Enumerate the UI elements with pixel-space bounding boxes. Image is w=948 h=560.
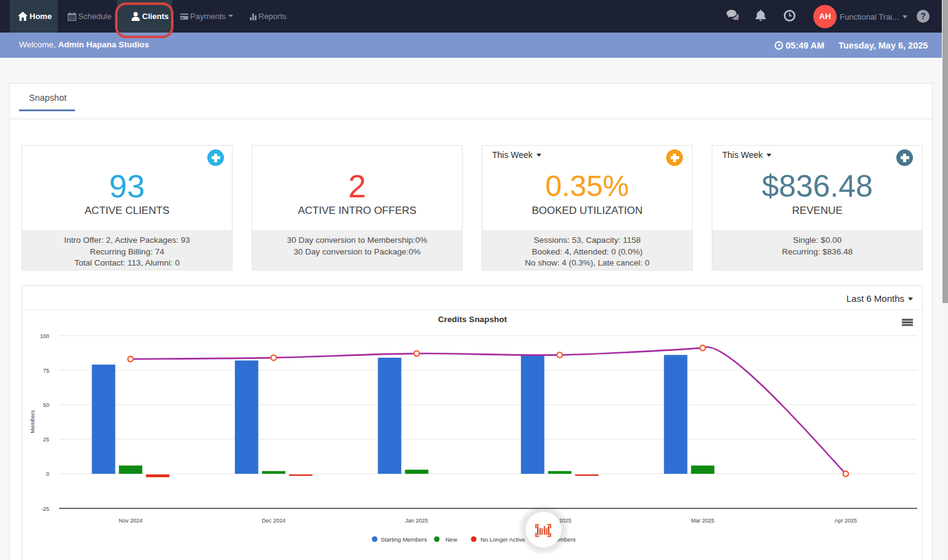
svg-text:Nov 2024: Nov 2024	[119, 518, 143, 524]
svg-text:Dec 2024: Dec 2024	[262, 518, 286, 524]
svg-text:0: 0	[46, 471, 49, 477]
svg-text:50: 50	[43, 402, 49, 408]
svg-text:Apr 2025: Apr 2025	[835, 518, 858, 524]
svg-text:Starting Members: Starting Members	[381, 536, 427, 543]
svg-text:100: 100	[40, 333, 49, 339]
svg-text:25: 25	[43, 436, 49, 443]
svg-text:New: New	[445, 536, 457, 543]
svg-text:Credits Snapshot: Credits Snapshot	[438, 315, 507, 324]
svg-text:Members: Members	[30, 410, 36, 433]
svg-text:No Longer Active: No Longer Active	[480, 536, 525, 543]
svg-text:Jan 2025: Jan 2025	[405, 518, 428, 524]
svg-text:-25: -25	[41, 506, 49, 512]
svg-text:75: 75	[43, 368, 49, 374]
svg-text:Mar 2025: Mar 2025	[691, 518, 714, 524]
